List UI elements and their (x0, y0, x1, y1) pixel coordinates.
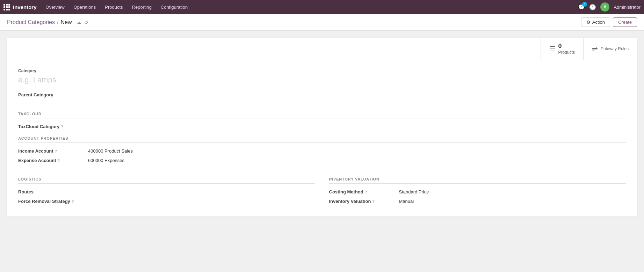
inv-valuation-help-icon[interactable]: ? (372, 199, 375, 204)
breadcrumb-bar: Product Categories / New ☁ ↺ ⚙ Action Cr… (0, 14, 644, 31)
nav-products[interactable]: Products (101, 2, 127, 12)
products-count: 0 (558, 43, 575, 50)
logistics-header: LOGISTICS (18, 177, 315, 184)
avatar: A (600, 2, 609, 12)
main-content: ☰ 0 Products ⇌ Putaway Rules Category Pa… (0, 31, 644, 272)
costing-method-help-icon[interactable]: ? (365, 190, 367, 194)
gear-icon: ⚙ (586, 20, 591, 25)
income-account-help-icon[interactable]: ? (55, 149, 57, 153)
chat-icon[interactable]: 💬 1 (578, 4, 585, 10)
force-removal-row: Force Removal Strategy ? (18, 199, 315, 204)
inventory-valuation-value[interactable]: Manual (399, 199, 414, 204)
logistics-column: LOGISTICS Routes Force Removal Strategy … (18, 170, 315, 208)
expense-account-row: Expense Account ? 600000 Expenses (18, 158, 626, 163)
expense-account-value[interactable]: 600000 Expenses (88, 158, 124, 163)
clock-icon[interactable]: 🕐 (589, 4, 596, 10)
navbar-right: 💬 1 🕐 A Administrator (578, 2, 641, 12)
inv-valuation-header: INVENTORY VALUATION (329, 177, 626, 184)
breadcrumb-separator: / (57, 19, 58, 25)
putaway-label: Putaway Rules (601, 46, 629, 51)
income-account-row: Income Account ? 400000 Product Sales (18, 148, 626, 154)
taxcloud-help-icon[interactable]: ? (61, 125, 63, 129)
smart-buttons: ☰ 0 Products ⇌ Putaway Rules (7, 38, 637, 60)
action-label: Action (592, 20, 605, 25)
force-removal-label: Force Removal Strategy ? (18, 199, 88, 204)
navbar: Inventory Overview Operations Products R… (0, 0, 644, 14)
nav-reporting[interactable]: Reporting (128, 2, 156, 12)
category-field-label: Category (18, 68, 626, 73)
cloud-icon[interactable]: ☁ (77, 20, 81, 25)
form-body: Category Parent Category TAXCLOUD TaxClo… (7, 60, 637, 216)
nav-configuration[interactable]: Configuration (157, 2, 192, 12)
taxcloud-category-label: TaxCloud Category ? (18, 124, 88, 129)
notification-badge: 1 (582, 2, 587, 7)
income-account-value[interactable]: 400000 Product Sales (88, 148, 133, 154)
brand[interactable]: Inventory (3, 4, 37, 10)
costing-method-label: Costing Method ? (329, 189, 399, 194)
account-props-header: ACCOUNT PROPERTIES (18, 136, 626, 143)
products-label: Products (558, 50, 575, 55)
force-removal-help-icon[interactable]: ? (72, 199, 74, 204)
breadcrumb: Product Categories / New ☁ ↺ (7, 19, 581, 25)
action-button[interactable]: ⚙ Action (581, 17, 610, 27)
shuffle-icon: ⇌ (592, 45, 598, 53)
inventory-valuation-label: Inventory Valuation ? (329, 199, 399, 204)
inventory-valuation-row: Inventory Valuation ? Manual (329, 199, 626, 204)
taxcloud-section-header: TAXCLOUD (18, 112, 626, 118)
products-count-group: 0 Products (558, 43, 575, 55)
refresh-icon[interactable]: ↺ (84, 20, 88, 25)
category-section: Category (18, 68, 626, 85)
parent-category-row: Parent Category (18, 92, 626, 103)
parent-category-label: Parent Category (18, 92, 81, 97)
income-account-label: Income Account ? (18, 148, 88, 154)
breadcrumb-parent[interactable]: Product Categories (7, 19, 55, 25)
brand-label: Inventory (13, 4, 37, 10)
two-col-section: LOGISTICS Routes Force Removal Strategy … (18, 170, 626, 208)
create-button[interactable]: Create (613, 17, 637, 27)
nav-overview[interactable]: Overview (42, 2, 69, 12)
breadcrumb-icons: ☁ ↺ (77, 20, 88, 25)
breadcrumb-current: New (60, 19, 72, 25)
nav-operations[interactable]: Operations (70, 2, 100, 12)
inventory-valuation-column: INVENTORY VALUATION Costing Method ? Sta… (329, 170, 626, 208)
routes-label: Routes (18, 189, 88, 194)
taxcloud-category-row: TaxCloud Category ? (18, 124, 626, 129)
form-card: ☰ 0 Products ⇌ Putaway Rules Category Pa… (7, 38, 637, 216)
breadcrumb-right: ⚙ Action Create (581, 17, 637, 27)
putaway-smart-button[interactable]: ⇌ Putaway Rules (583, 38, 637, 60)
grid-icon (3, 4, 10, 10)
list-icon: ☰ (549, 45, 556, 53)
products-smart-button[interactable]: ☰ 0 Products (541, 38, 583, 60)
admin-label: Administrator (614, 5, 641, 10)
expense-account-label: Expense Account ? (18, 158, 88, 163)
costing-method-row: Costing Method ? Standard Price (329, 189, 626, 194)
costing-method-value[interactable]: Standard Price (399, 189, 429, 194)
expense-account-help-icon[interactable]: ? (58, 159, 60, 163)
routes-row: Routes (18, 189, 315, 194)
category-input[interactable] (18, 75, 626, 85)
nav-menu: Overview Operations Products Reporting C… (42, 2, 577, 12)
